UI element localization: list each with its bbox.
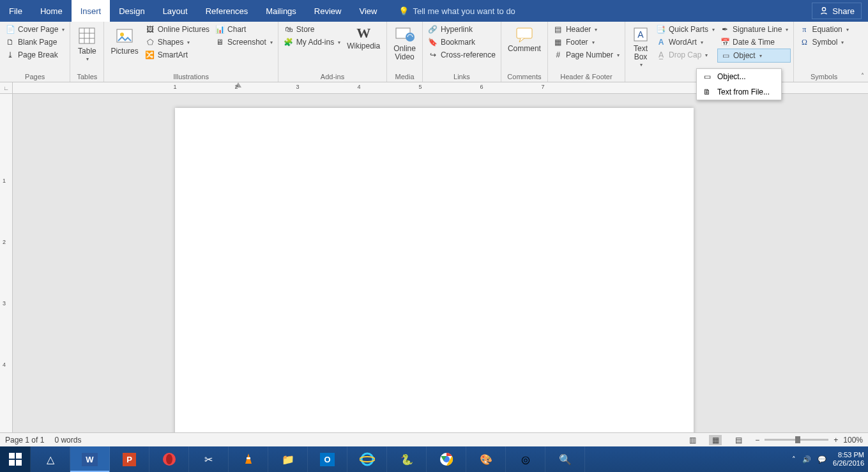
quickparts-button[interactable]: 📑Quick Parts [653, 23, 717, 36]
view-print-layout[interactable]: ▦ [709, 435, 722, 445]
share-button[interactable]: Share [812, 3, 862, 19]
hyperlink-button[interactable]: 🔗Hyperlink [425, 23, 498, 36]
shapes-button[interactable]: ⬠Shapes [142, 36, 212, 49]
taskbar-python[interactable]: 🐍 [387, 446, 427, 472]
symbol-button[interactable]: ΩSymbol [796, 36, 851, 49]
textbox-icon: A [632, 26, 650, 43]
taskbar-vlc[interactable] [229, 446, 268, 472]
tab-insert[interactable]: Insert [72, 0, 110, 22]
view-web-layout[interactable]: ▤ [732, 435, 745, 445]
ruler-vertical[interactable]: 1 2 3 4 [0, 94, 13, 446]
svg-point-18 [166, 454, 172, 464]
taskbar-app2[interactable]: 🔍 [545, 446, 585, 472]
svg-rect-10 [517, 28, 532, 38]
taskbar-word[interactable]: W [70, 446, 110, 472]
wikipedia-button[interactable]: W Wikipedia [343, 23, 384, 53]
tray-action-icon[interactable]: 💬 [818, 455, 826, 464]
taskbar-opera[interactable] [149, 446, 189, 472]
tray-date: 6/26/2016 [833, 459, 864, 468]
page-number-button[interactable]: #Page Number [551, 49, 622, 61]
collapse-ribbon-button[interactable]: ˄ [861, 72, 864, 79]
store-label: Store [296, 25, 315, 34]
tab-design[interactable]: Design [110, 0, 153, 22]
group-illustrations: Pictures 🖼Online Pictures ⬠Shapes 🔀Smart… [104, 22, 278, 82]
taskbar-ie[interactable] [347, 446, 387, 472]
comment-button[interactable]: Comment [504, 23, 545, 56]
taskbar: △ W P ✂ 📁 O 🐍 🎨 ◎ 🔍 ˄ 🔊 💬 8:53 PM 6/26/2… [0, 446, 868, 472]
vlc-icon [241, 452, 255, 466]
document-page[interactable] [175, 108, 694, 446]
ruler-h-4: 4 [357, 84, 360, 90]
zoom-value[interactable]: 100% [843, 436, 863, 445]
ruler-v-1: 1 [3, 178, 6, 184]
store-button[interactable]: 🛍Store [281, 23, 343, 36]
signature-line-button[interactable]: ✒Signature Line [717, 23, 791, 36]
wikipedia-icon: W [356, 26, 370, 41]
tab-mailings[interactable]: Mailings [257, 0, 305, 22]
zoom-in-button[interactable]: + [834, 436, 838, 445]
zoom-thumb[interactable] [795, 436, 800, 443]
table-label: Table [78, 47, 96, 56]
view-read-mode[interactable]: ▥ [686, 435, 699, 445]
taskbar-outlook[interactable]: O [308, 446, 347, 472]
zoom-slider[interactable] [765, 439, 828, 441]
chart-button[interactable]: 📊Chart [212, 23, 275, 36]
footer-button[interactable]: ▦Footer [551, 36, 622, 49]
bookmark-button[interactable]: 🔖Bookmark [425, 36, 498, 49]
pictures-button[interactable]: Pictures [107, 23, 142, 58]
screenshot-button[interactable]: 🖥Screenshot [212, 36, 275, 49]
outlook-icon: O [320, 453, 334, 466]
tell-me-placeholder: Tell me what you want to do [413, 6, 515, 16]
cover-page-button[interactable]: 📄Cover Page [3, 23, 67, 36]
tab-references[interactable]: References [197, 0, 257, 22]
textbox-button[interactable]: A Text Box [628, 23, 653, 71]
taskbar-drive[interactable]: △ [31, 446, 70, 472]
taskbar-paint[interactable]: 🎨 [466, 446, 506, 472]
tab-layout[interactable]: Layout [154, 0, 197, 22]
ruler-v-2: 2 [3, 239, 6, 245]
cross-reference-label: Cross-reference [441, 50, 496, 59]
tab-view[interactable]: View [350, 0, 386, 22]
hyperlink-icon: 🔗 [428, 24, 438, 34]
start-button[interactable] [0, 446, 31, 472]
online-pictures-button[interactable]: 🖼Online Pictures [142, 23, 212, 36]
wordart-button[interactable]: AWordArt [653, 36, 717, 49]
dropcap-button[interactable]: A̲Drop Cap [653, 49, 717, 61]
equation-button[interactable]: πEquation [796, 23, 851, 36]
ribbon-tabs: File Home Insert Design Layout Reference… [0, 0, 386, 22]
object-button[interactable]: ▭Object [717, 49, 791, 63]
zoom-out-button[interactable]: − [755, 436, 759, 445]
tell-me-search[interactable]: 💡 Tell me what you want to do [386, 6, 812, 16]
tab-review[interactable]: Review [305, 0, 351, 22]
hyperlink-label: Hyperlink [441, 25, 473, 34]
date-time-button[interactable]: 📅Date & Time [717, 36, 791, 49]
header-button[interactable]: ▤Header [551, 23, 622, 36]
taskbar-snip[interactable]: ✂ [189, 446, 229, 472]
smartart-button[interactable]: 🔀SmartArt [142, 49, 212, 61]
tray-expand-icon[interactable]: ˄ [792, 455, 796, 464]
chart-icon: 📊 [215, 24, 225, 34]
taskbar-explorer[interactable]: 📁 [268, 446, 308, 472]
page-break-button[interactable]: ⤓Page Break [3, 49, 67, 61]
taskbar-powerpoint[interactable]: P [110, 446, 149, 472]
blank-page-button[interactable]: 🗋Blank Page [3, 36, 67, 49]
object-menu-textfile[interactable]: 🗎 Text from File... [697, 84, 781, 100]
cross-reference-button[interactable]: ↪Cross-reference [425, 49, 498, 61]
status-page[interactable]: Page 1 of 1 [5, 436, 44, 445]
ruler-corner[interactable]: ∟ [0, 82, 13, 94]
tab-home[interactable]: Home [31, 0, 72, 22]
tray-volume-icon[interactable]: 🔊 [802, 455, 811, 464]
svg-point-20 [362, 453, 373, 465]
status-words[interactable]: 0 words [54, 436, 81, 445]
taskbar-app1[interactable]: ◎ [506, 446, 545, 472]
group-comments-label: Comments [504, 72, 545, 82]
table-button[interactable]: Table [73, 23, 101, 65]
tray-clock[interactable]: 8:53 PM 6/26/2016 [833, 451, 864, 468]
tab-file[interactable]: File [0, 0, 31, 22]
group-media-label: Media [390, 72, 420, 82]
online-video-button[interactable]: Online Video [390, 23, 420, 64]
my-addins-button[interactable]: 🧩My Add-ins [281, 36, 343, 49]
object-menu-object[interactable]: ▭ Object... [697, 69, 781, 84]
footer-label: Footer [566, 38, 588, 47]
taskbar-chrome[interactable] [427, 446, 466, 472]
